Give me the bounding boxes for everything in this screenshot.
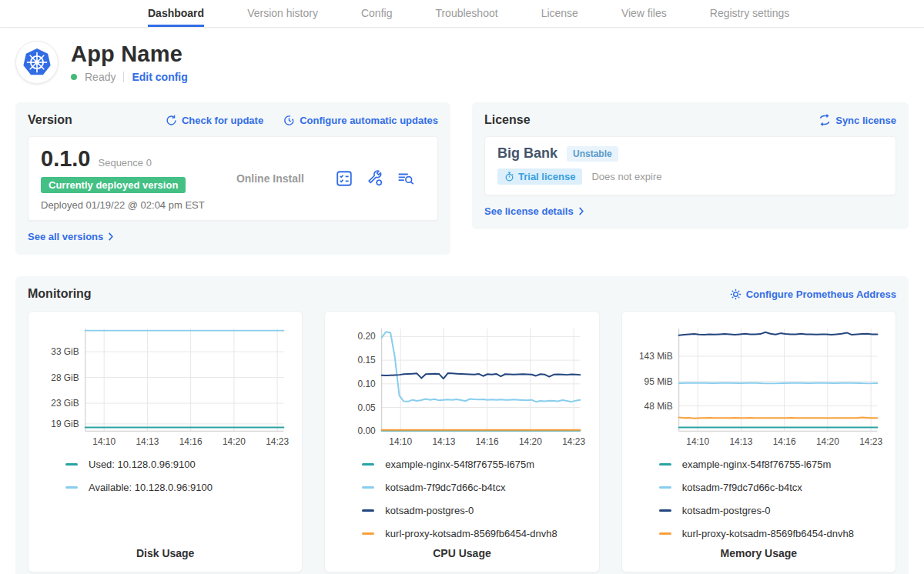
y-tick-label: 0.10 [358, 379, 377, 389]
tab-troubleshoot[interactable]: Troubleshoot [435, 0, 497, 27]
tab-view-files[interactable]: View files [621, 0, 667, 27]
current-version-card: 0.1.0 Sequence 0 Currently deployed vers… [28, 136, 438, 221]
configure-prometheus-label: Configure Prometheus Address [746, 289, 896, 300]
legend-label: kotsadm-7f9dc7d66c-b4tcx [385, 482, 505, 493]
kubernetes-logo-icon [22, 47, 52, 78]
disk-usage-chart-card: 19 GiB23 GiB28 GiB33 GiB14:1014:1314:161… [28, 311, 303, 572]
legend-swatch-icon [362, 463, 374, 466]
sync-arrows-icon [819, 114, 831, 126]
view-deploy-logs-button[interactable] [397, 170, 414, 187]
clock-update-icon [283, 115, 295, 126]
tab-label: License [541, 7, 578, 19]
legend-item: kotsadm-7f9dc7d66c-b4tcx [362, 482, 589, 493]
x-tick-label: 14:16 [772, 436, 795, 447]
preflight-checks-button[interactable] [336, 170, 353, 187]
app-title: App Name [71, 42, 188, 67]
tab-label: Config [361, 7, 392, 19]
version-number: 0.1.0 [41, 146, 91, 172]
check-for-update-link[interactable]: Check for update [166, 115, 263, 126]
x-tick-label: 14:20 [816, 436, 839, 447]
customer-name: Big Bank [497, 145, 557, 162]
legend-swatch-icon [362, 509, 374, 512]
y-tick-label: 0.20 [358, 331, 377, 342]
legend-label: Used: 10.128.0.96:9100 [89, 459, 196, 470]
see-license-details-link[interactable]: See license details [484, 205, 584, 217]
chevron-right-icon [578, 207, 584, 215]
chart-title: Disk Usage [38, 539, 293, 566]
tab-license[interactable]: License [541, 0, 578, 27]
legend-label: kotsadm-7f9dc7d66c-b4tcx [682, 482, 802, 493]
configure-automatic-updates-label: Configure automatic updates [300, 115, 438, 126]
legend-swatch-icon [659, 463, 671, 466]
y-tick-label: 19 GiB [51, 419, 79, 429]
chevron-right-icon [108, 232, 114, 241]
app-status: Ready [85, 71, 116, 83]
app-logo [15, 41, 59, 84]
series-line [382, 332, 581, 402]
edit-config-link[interactable]: Edit config [132, 71, 187, 83]
x-tick-label: 14:16 [179, 436, 203, 447]
monitoring-title: Monitoring [28, 287, 92, 301]
memory-usage-chart[interactable]: 48 MiB95 MiB143 MiB14:1014:1314:1614:201… [631, 319, 886, 451]
sequence-label: Sequence 0 [99, 157, 152, 169]
tab-label: Registry settings [710, 7, 789, 19]
chart-title: CPU Usage [334, 539, 589, 566]
tab-registry-settings[interactable]: Registry settings [710, 0, 789, 27]
tab-label: View files [621, 7, 667, 19]
y-tick-label: 0.00 [358, 425, 377, 436]
tab-config[interactable]: Config [361, 0, 392, 27]
top-nav: Dashboard Version history Config Trouble… [0, 0, 924, 28]
license-panel: License Sync license Big Bank Unstable [472, 102, 909, 229]
cpu-usage-legend: example-nginx-54f8f76755-l675mkotsadm-7f… [334, 459, 589, 539]
legend-item: kotsadm-7f9dc7d66c-b4tcx [659, 482, 886, 493]
view-logs-icon [397, 170, 414, 187]
see-all-versions-link[interactable]: See all versions [28, 231, 114, 242]
tab-label: Dashboard [148, 7, 204, 19]
legend-swatch-icon [362, 532, 374, 535]
configure-automatic-updates-link[interactable]: Configure automatic updates [283, 115, 438, 126]
legend-swatch-icon [362, 486, 374, 489]
edit-config-button[interactable] [367, 170, 383, 187]
see-license-details-label: See license details [484, 205, 574, 217]
channel-badge: Unstable [567, 146, 618, 162]
legend-item: example-nginx-54f8f76755-l675m [362, 459, 589, 470]
gear-icon [730, 289, 742, 300]
configure-prometheus-link[interactable]: Configure Prometheus Address [730, 289, 896, 300]
disk-usage-legend: Used: 10.128.0.96:9100Available: 10.128.… [38, 459, 293, 493]
expiry-text: Does not expire [591, 171, 661, 182]
y-tick-label: 48 MiB [644, 401, 672, 412]
legend-label: kurl-proxy-kotsadm-8569fb6454-dnvh8 [385, 528, 557, 539]
tab-version-history[interactable]: Version history [247, 0, 318, 27]
legend-label: example-nginx-54f8f76755-l675m [682, 459, 832, 470]
series-line [678, 383, 877, 384]
legend-swatch-icon [659, 486, 671, 489]
legend-label: kotsadm-postgres-0 [385, 505, 474, 516]
version-panel-title: Version [28, 113, 72, 127]
series-line [678, 332, 877, 335]
x-tick-label: 14:23 [859, 436, 882, 447]
memory-usage-legend: example-nginx-54f8f76755-l675mkotsadm-7f… [631, 459, 886, 539]
monitoring-panel: Monitoring Configure Prometheus Address … [15, 276, 909, 574]
x-tick-label: 14:16 [476, 436, 499, 447]
sync-license-label: Sync license [835, 115, 896, 126]
sync-license-link[interactable]: Sync license [819, 114, 896, 126]
license-panel-title: License [484, 113, 531, 127]
app-header: App Name Ready Edit config [15, 41, 909, 84]
x-tick-label: 14:10 [686, 436, 709, 447]
preflight-checklist-icon [336, 170, 353, 187]
tab-dashboard[interactable]: Dashboard [148, 0, 204, 27]
see-all-versions-label: See all versions [28, 231, 103, 242]
legend-swatch-icon [659, 509, 671, 512]
legend-item: example-nginx-54f8f76755-l675m [659, 459, 886, 470]
disk-usage-chart[interactable]: 19 GiB23 GiB28 GiB33 GiB14:1014:1314:161… [38, 319, 293, 451]
chart-canvas: 0.000.050.100.150.2014:1014:1314:1614:20… [334, 319, 589, 451]
y-tick-label: 23 GiB [51, 398, 79, 409]
trial-license-badge: Trial license [497, 169, 582, 185]
legend-item: kotsadm-postgres-0 [362, 505, 589, 516]
y-tick-label: 33 GiB [51, 346, 79, 357]
legend-item: kotsadm-postgres-0 [659, 505, 886, 516]
cpu-usage-chart[interactable]: 0.000.050.100.150.2014:1014:1314:1614:20… [334, 319, 589, 451]
trial-license-label: Trial license [518, 171, 575, 182]
y-tick-label: 95 MiB [644, 376, 672, 387]
deployed-timestamp: Deployed 01/19/22 @ 02:04 pm EST [41, 199, 205, 211]
